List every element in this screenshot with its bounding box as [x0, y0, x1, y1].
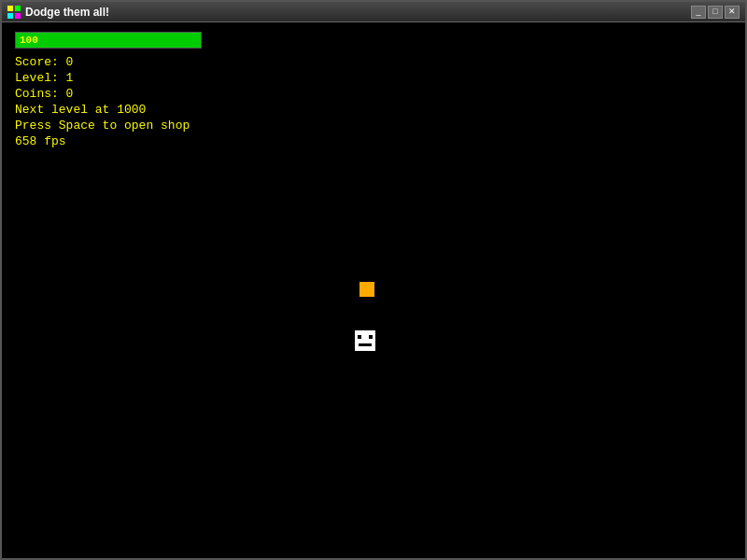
player — [355, 330, 375, 351]
game-window: Dodge them all! _ □ ✕ 100 Score: 0 Level… — [0, 0, 747, 560]
svg-rect-1 — [15, 6, 21, 11]
hud-panel: Score: 0 Level: 1 Coins: 0 Next level at… — [15, 55, 190, 148]
next-level-display: Next level at 1000 — [15, 103, 190, 117]
close-button[interactable]: ✕ — [725, 6, 740, 19]
shop-hint: Press Space to open shop — [15, 119, 190, 133]
title-bar: Dodge them all! _ □ ✕ — [2, 2, 745, 22]
game-area[interactable]: 100 Score: 0 Level: 1 Coins: 0 Next leve… — [2, 22, 745, 558]
player-eye-left — [358, 335, 361, 339]
level-display: Level: 1 — [15, 71, 190, 85]
minimize-button[interactable]: _ — [691, 6, 706, 19]
health-bar-container: 100 — [15, 32, 202, 49]
svg-rect-2 — [7, 13, 13, 19]
score-display: Score: 0 — [15, 55, 190, 69]
player-mouth — [359, 343, 372, 346]
svg-rect-3 — [15, 13, 21, 19]
health-value: 100 — [20, 35, 38, 46]
enemy — [359, 282, 374, 297]
window-title: Dodge them all! — [25, 6, 691, 19]
player-eye-right — [369, 335, 373, 339]
coins-display: Coins: 0 — [15, 87, 190, 101]
health-bar-fill: 100 — [16, 33, 201, 48]
window-icon — [7, 6, 21, 19]
maximize-button[interactable]: □ — [708, 6, 723, 19]
fps-display: 658 fps — [15, 134, 190, 148]
window-controls: _ □ ✕ — [691, 6, 740, 19]
svg-rect-0 — [7, 6, 13, 11]
